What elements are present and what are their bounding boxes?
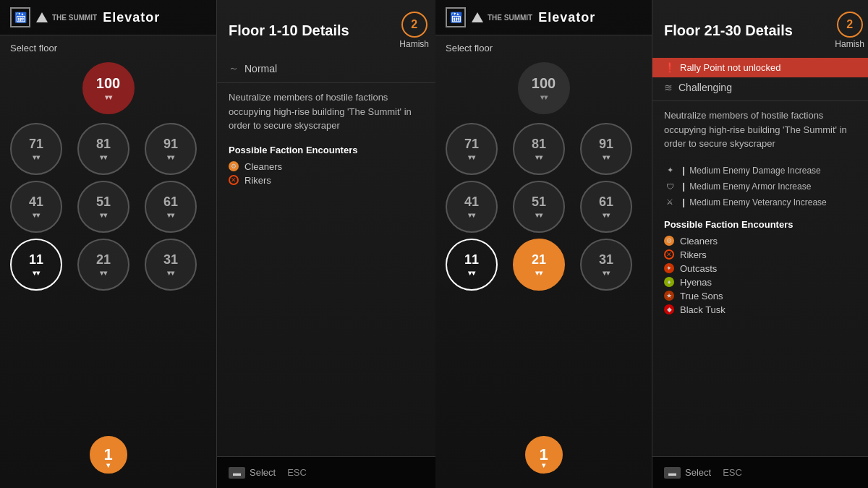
left-floor-grid: 71 ▾▾ 81 ▾▾ 91 ▾▾ 41 ▾▾ 51 ▾▾ 61 ▾▾ xyxy=(0,117,216,296)
left-select-label[interactable]: Select xyxy=(250,467,276,478)
left-details-title: Floor 1-10 Details xyxy=(229,22,349,39)
rally-point-error-text: Rally Point not unlocked xyxy=(680,62,780,73)
right-faction-truesons: ★ True Sons xyxy=(664,289,864,303)
left-select-floor-label: Select floor xyxy=(0,35,216,58)
right-faction-title: Possible Faction Encounters xyxy=(664,219,864,230)
elevator-icon: 🛗 xyxy=(10,7,30,27)
right-details-panel: Floor 21-30 Details 2 Hamish ❗ Rally Poi… xyxy=(652,0,868,488)
left-page-dot[interactable]: 1 ▾ xyxy=(90,436,127,474)
left-faction-section: Possible Faction Encounters ⚙ Cleaners ✕… xyxy=(217,140,441,192)
warning-icon: ❗ xyxy=(664,62,676,73)
right-details-title-block: Floor 21-30 Details xyxy=(664,22,793,39)
left-difficulty-row: ～ Normal xyxy=(217,58,441,83)
left-faction-title: Possible Faction Encounters xyxy=(229,145,429,155)
left-faction-rikers: ✕ Rikers xyxy=(229,174,429,187)
floor-btn-41-left[interactable]: 41 ▾▾ xyxy=(10,181,62,233)
armor-icon: 🛡 xyxy=(664,181,676,192)
floor-btn-91-left[interactable]: 91 ▾▾ xyxy=(145,123,197,175)
right-elevator-icon: 🛗 xyxy=(446,7,466,27)
left-faction-cleaners: ⚙ Cleaners xyxy=(229,160,429,174)
floor-btn-71-left[interactable]: 71 ▾▾ xyxy=(10,123,62,175)
modifier-armor-label: ❙ Medium Enemy Armor Increase xyxy=(680,181,811,192)
right-hamish-label: Hamish xyxy=(835,39,864,49)
right-modifiers-section: ✦ ❙ Medium Enemy Damage Increase 🛡 ❙ Med… xyxy=(652,158,868,215)
right-elevator-panel: 🛗 THE SUMMIT Elevator Select floor 100 ▾… xyxy=(435,0,652,488)
chevron-down-icon: ▾▾ xyxy=(105,93,112,101)
left-details-header: Floor 1-10 Details 2 Hamish xyxy=(217,0,441,58)
right-summit-logo: THE SUMMIT xyxy=(472,12,532,22)
right-esc-hint[interactable]: ESC xyxy=(723,467,742,478)
right-select-floor-label: Select floor xyxy=(435,35,652,58)
right-hyenas-icon: ♦ xyxy=(664,277,674,287)
left-difficulty-label: Normal xyxy=(244,63,277,74)
right-faction-hyenas: ♦ Hyenas xyxy=(664,275,864,289)
floor-btn-11-left[interactable]: 11 ▾▾ xyxy=(10,239,62,291)
right-player-info: 2 Hamish xyxy=(835,12,864,49)
modifier-armor: 🛡 ❙ Medium Enemy Armor Increase xyxy=(664,179,864,194)
left-select-hint: ▬ Select xyxy=(229,467,276,479)
summit-text: THE SUMMIT xyxy=(52,14,97,22)
right-summit-text: THE SUMMIT xyxy=(488,14,532,22)
floor-btn-81-right[interactable]: 81 ▾▾ xyxy=(513,123,565,175)
modifier-veterancy-label: ❙ Medium Enemy Veterancy Increase xyxy=(680,197,827,207)
cleaners-icon: ⚙ xyxy=(229,161,239,171)
right-player-badge: 2 xyxy=(837,12,863,38)
modifier-damage-label: ❙ Medium Enemy Damage Increase xyxy=(680,166,821,176)
floor-btn-51-right[interactable]: 51 ▾▾ xyxy=(513,181,565,233)
left-description: Neutralize members of hostile factions o… xyxy=(217,83,441,140)
rally-point-error-banner: ❗ Rally Point not unlocked xyxy=(652,58,868,77)
floor-btn-11-right[interactable]: 11 ▾▾ xyxy=(446,239,498,291)
right-rikers-icon: ✕ xyxy=(664,249,674,260)
right-outcasts-icon: ✦ xyxy=(664,263,674,273)
veterancy-icon: ⚔ xyxy=(664,197,676,208)
right-select-key-icon: ▬ xyxy=(664,467,681,479)
left-details-panel: Floor 1-10 Details 2 Hamish ～ Normal Neu… xyxy=(217,0,441,488)
right-floor-grid: 71 ▾▾ 81 ▾▾ 91 ▾▾ 41 ▾▾ 51 ▾▾ 61 ▾▾ xyxy=(435,117,652,296)
floor-btn-71-right[interactable]: 71 ▾▾ xyxy=(446,123,498,175)
right-details-header: Floor 21-30 Details 2 Hamish xyxy=(652,0,868,58)
floor-btn-41-right[interactable]: 41 ▾▾ xyxy=(446,181,498,233)
left-player-badge: 2 xyxy=(401,12,427,38)
floor-btn-21-left[interactable]: 21 ▾▾ xyxy=(77,239,129,291)
floor-btn-81-left[interactable]: 81 ▾▾ xyxy=(77,123,129,175)
left-details-title-block: Floor 1-10 Details xyxy=(229,22,349,39)
floor-btn-51-left[interactable]: 51 ▾▾ xyxy=(77,181,129,233)
floor-label: 100 xyxy=(96,75,120,92)
right-faction-outcasts: ✦ Outcasts xyxy=(664,262,864,275)
rikers-icon: ✕ xyxy=(229,175,239,185)
left-header-title: Elevator xyxy=(103,10,160,25)
left-elevator-panel: 🛗 THE SUMMIT Elevator Select floor 100 ▾… xyxy=(0,0,217,488)
floor-btn-100-right[interactable]: 100 ▾▾ xyxy=(518,62,570,114)
floor-btn-21-right[interactable]: 21 ▾▾ xyxy=(513,239,565,291)
right-faction-section: Possible Faction Encounters ⚙ Cleaners ✕… xyxy=(652,215,868,321)
left-esc-hint[interactable]: ESC xyxy=(287,467,307,478)
floor-btn-31-left[interactable]: 31 ▾▾ xyxy=(145,239,197,291)
left-bottom-bar: ▬ Select ESC xyxy=(217,456,441,488)
modifier-veterancy: ⚔ ❙ Medium Enemy Veterancy Increase xyxy=(664,194,864,210)
floor-btn-61-right[interactable]: 61 ▾▾ xyxy=(580,181,632,233)
right-difficulty-label: Challenging xyxy=(678,82,732,93)
floor-btn-91-right[interactable]: 91 ▾▾ xyxy=(580,123,632,175)
right-description: Neutralize members of hostile factions o… xyxy=(652,101,868,158)
right-summit-triangle-icon xyxy=(472,12,483,22)
right-header-title: Elevator xyxy=(538,10,595,25)
right-page-dot[interactable]: 1 ▾ xyxy=(525,436,563,474)
right-truesons-icon: ★ xyxy=(664,291,674,301)
modifier-damage: ✦ ❙ Medium Enemy Damage Increase xyxy=(664,163,864,179)
left-header: 🛗 THE SUMMIT Elevator xyxy=(0,0,216,35)
right-page-indicator: 1 ▾ xyxy=(525,436,563,474)
right-details-title: Floor 21-30 Details xyxy=(664,22,793,39)
summit-triangle-icon xyxy=(36,12,48,22)
right-select-label[interactable]: Select xyxy=(685,467,711,478)
right-difficulty-row: ≋ Challenging xyxy=(652,77,868,101)
left-player-info: 2 Hamish xyxy=(399,12,429,49)
select-key-icon: ▬ xyxy=(229,467,245,479)
left-hamish-label: Hamish xyxy=(399,39,429,49)
floor-btn-31-right[interactable]: 31 ▾▾ xyxy=(580,239,632,291)
right-cleaners-icon: ⚙ xyxy=(664,236,674,246)
floor-btn-100-left[interactable]: 100 ▾▾ xyxy=(82,62,135,114)
floor-btn-61-left[interactable]: 61 ▾▾ xyxy=(145,181,197,233)
left-page-indicator: 1 ▾ xyxy=(90,436,127,474)
right-faction-blacktusk: ◆ Black Tusk xyxy=(664,303,864,317)
right-faction-cleaners: ⚙ Cleaners xyxy=(664,234,864,248)
